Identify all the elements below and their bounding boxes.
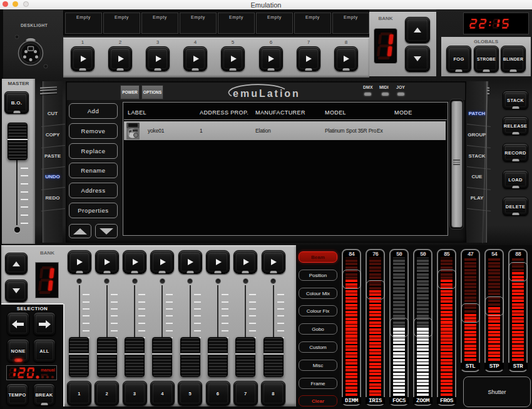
svg-text:sync: sync (41, 373, 48, 376)
svg-text:manual: manual (41, 368, 55, 372)
svg-text:emuLation: emuLation (233, 88, 300, 99)
